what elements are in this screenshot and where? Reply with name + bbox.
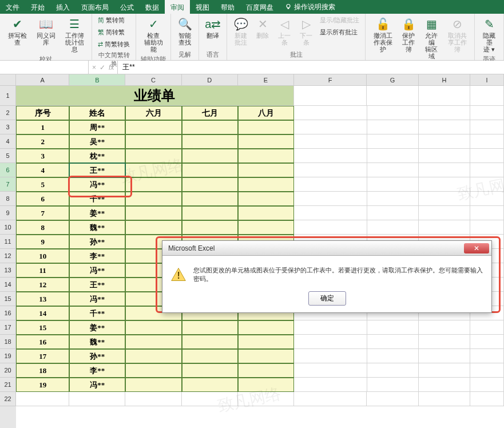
row-header-14[interactable]: 14: [0, 278, 16, 292]
ribbon-btn-显示所有批注[interactable]: 显示所有批注: [318, 27, 362, 38]
cell[interactable]: [367, 349, 419, 363]
ribbon-btn-允许编辑区域[interactable]: ▦允许编 辑区域: [420, 15, 442, 61]
cell[interactable]: [294, 177, 367, 192]
cell[interactable]: [238, 220, 294, 235]
cell[interactable]: 李**: [69, 249, 125, 263]
cell[interactable]: [419, 392, 470, 406]
cell[interactable]: [419, 349, 470, 363]
row-header-19[interactable]: 19: [0, 349, 16, 363]
dialog-ok-button[interactable]: 确定: [308, 291, 346, 306]
cell[interactable]: [419, 86, 470, 106]
cell[interactable]: [125, 349, 181, 363]
cell[interactable]: [294, 320, 367, 335]
cell[interactable]: 吴**: [69, 134, 125, 149]
ribbon-btn-同义词库[interactable]: 📖同义词库: [32, 15, 59, 47]
tab-数据[interactable]: 数据: [140, 0, 165, 14]
col-header-C[interactable]: C: [125, 74, 181, 86]
cell[interactable]: [294, 378, 367, 392]
row-header-2[interactable]: 2: [0, 106, 16, 120]
cell[interactable]: [294, 220, 367, 235]
cell[interactable]: 18: [16, 363, 69, 378]
cell[interactable]: 3: [16, 149, 69, 163]
cell[interactable]: [367, 363, 419, 378]
cell[interactable]: 11: [16, 263, 69, 278]
ribbon-btn-简转繁[interactable]: 繁简转繁: [96, 27, 132, 38]
cell[interactable]: [182, 392, 238, 406]
cell[interactable]: [419, 134, 470, 149]
row-header-20[interactable]: 20: [0, 363, 16, 378]
cell[interactable]: [294, 349, 367, 363]
cell[interactable]: [470, 320, 504, 335]
cell[interactable]: [294, 106, 367, 120]
cell[interactable]: [419, 220, 470, 235]
cell[interactable]: 8: [16, 220, 69, 235]
cell[interactable]: [419, 192, 470, 206]
cell[interactable]: [470, 335, 504, 349]
cell[interactable]: [367, 134, 419, 149]
row-header-13[interactable]: 13: [0, 263, 16, 278]
cell[interactable]: [182, 134, 238, 149]
col-header-F[interactable]: F: [294, 74, 367, 86]
cell[interactable]: [419, 378, 470, 392]
col-header-cell[interactable]: 八月: [238, 106, 294, 120]
cell[interactable]: 10: [16, 249, 69, 263]
cell[interactable]: [419, 320, 470, 335]
col-header-D[interactable]: D: [182, 74, 238, 86]
row-header-17[interactable]: 17: [0, 320, 16, 335]
cell[interactable]: [125, 363, 181, 378]
cell[interactable]: [419, 106, 470, 120]
cell[interactable]: [367, 378, 419, 392]
cell[interactable]: [238, 349, 294, 363]
cell[interactable]: 冯**: [69, 378, 125, 392]
cell[interactable]: [419, 149, 470, 163]
col-header-cell[interactable]: 六月: [125, 106, 181, 120]
cell[interactable]: 12: [16, 278, 69, 292]
col-header-cell[interactable]: 七月: [182, 106, 238, 120]
cell[interactable]: [294, 134, 367, 149]
cell[interactable]: [182, 177, 238, 192]
help-search[interactable]: 操作说明搜索: [279, 0, 341, 14]
cell[interactable]: [419, 206, 470, 220]
cell[interactable]: 16: [16, 335, 69, 349]
col-header-G[interactable]: G: [367, 74, 418, 86]
cell[interactable]: [125, 220, 181, 235]
cell[interactable]: [470, 163, 504, 177]
cell[interactable]: [470, 177, 504, 192]
cell[interactable]: [367, 177, 419, 192]
cell[interactable]: [238, 134, 294, 149]
ribbon-btn-简繁转换[interactable]: ⇄简繁转换: [96, 39, 132, 50]
cell[interactable]: [470, 134, 504, 149]
cell[interactable]: 魏**: [69, 220, 125, 235]
cell[interactable]: 冯**: [69, 263, 125, 278]
cell[interactable]: [470, 86, 504, 106]
col-header-A[interactable]: A: [16, 74, 69, 86]
row-header-22[interactable]: 22: [0, 392, 16, 406]
formula-input[interactable]: 王**: [118, 61, 504, 74]
cell[interactable]: 周**: [69, 120, 125, 134]
cell[interactable]: [294, 192, 367, 206]
dialog-close-button[interactable]: ✕: [464, 243, 489, 253]
cell[interactable]: [294, 120, 367, 134]
cell[interactable]: 1: [16, 120, 69, 134]
row-header-10[interactable]: 10: [0, 220, 16, 235]
cell[interactable]: [125, 378, 181, 392]
cell[interactable]: 19: [16, 378, 69, 392]
ribbon-btn-隐藏墨迹 ▾[interactable]: ✎隐藏墨 迹 ▾: [478, 15, 500, 54]
tab-帮助[interactable]: 帮助: [215, 0, 240, 14]
cell[interactable]: [182, 349, 238, 363]
cell[interactable]: [125, 149, 181, 163]
name-box[interactable]: [0, 61, 89, 74]
cell[interactable]: [125, 134, 181, 149]
col-header-cell[interactable]: 姓名: [69, 106, 125, 120]
ribbon-btn-检查辅助功能[interactable]: ✓检查 辅助功能: [140, 15, 167, 54]
select-all-corner[interactable]: [0, 74, 16, 86]
tab-百度网盘[interactable]: 百度网盘: [240, 0, 279, 14]
cell[interactable]: [125, 163, 181, 177]
cell[interactable]: 孙**: [69, 235, 125, 249]
row-header-11[interactable]: 11: [0, 235, 16, 249]
tab-视图[interactable]: 视图: [190, 0, 215, 14]
cell[interactable]: 4: [16, 163, 69, 177]
cell[interactable]: [238, 378, 294, 392]
cell[interactable]: 2: [16, 134, 69, 149]
tab-页面布局[interactable]: 页面布局: [76, 0, 114, 14]
